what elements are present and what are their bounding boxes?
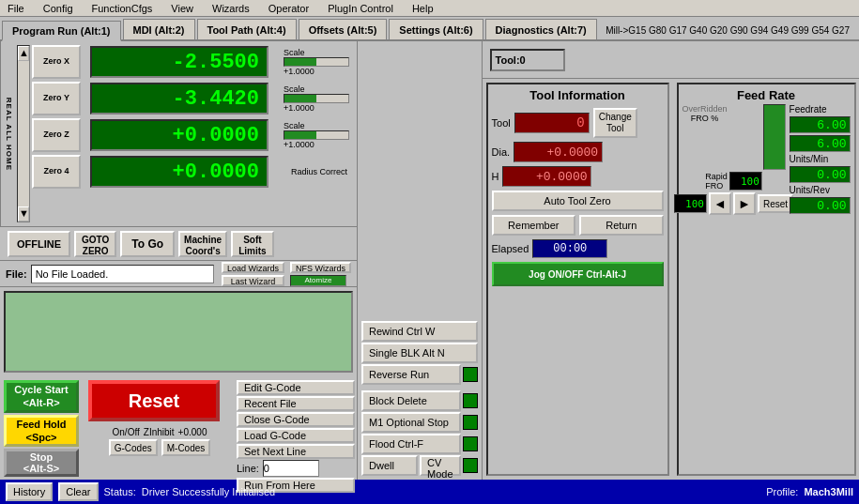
cv-indicator[interactable] bbox=[463, 458, 478, 473]
units-min-row: Units/Min bbox=[790, 154, 851, 164]
flood-button[interactable]: Flood Ctrl-F bbox=[361, 434, 461, 454]
block-delete-indicator[interactable] bbox=[463, 393, 478, 408]
dwell-button[interactable]: Dwell bbox=[361, 455, 418, 476]
load-wizards-button[interactable]: Load Wizards bbox=[222, 262, 284, 273]
menu-help[interactable]: Help bbox=[408, 3, 437, 14]
close-gcode-button[interactable]: Close G-Code bbox=[237, 412, 355, 427]
menu-wizards[interactable]: Wizards bbox=[208, 3, 253, 14]
rewind-button[interactable]: Rewind Ctrl W bbox=[361, 321, 478, 342]
fro-inc-button[interactable]: ► bbox=[733, 192, 756, 215]
reset-button[interactable]: Reset bbox=[88, 380, 220, 421]
stop-button[interactable]: Stop<Alt-S> bbox=[4, 449, 79, 477]
tab-settings[interactable]: Settings (Alt:6) bbox=[389, 19, 483, 39]
feed-rate-title: Feed Rate bbox=[683, 88, 851, 102]
remember-button[interactable]: Remember bbox=[492, 215, 576, 236]
block-delete-button[interactable]: Block Delete bbox=[361, 390, 461, 411]
profile-label: Profile: bbox=[766, 486, 798, 497]
axis-y-zero-btn[interactable]: Zero Y bbox=[32, 82, 81, 115]
h-row: H +0.0000 bbox=[492, 166, 664, 187]
tool-info-title: Tool Information bbox=[492, 88, 664, 102]
offline-button[interactable]: OFFLINE bbox=[8, 231, 70, 257]
auto-tool-zero-button[interactable]: Auto Tool Zero bbox=[492, 191, 664, 211]
file-label: File: bbox=[6, 268, 27, 280]
tab-offsets[interactable]: Offsets (Alt:5) bbox=[299, 19, 388, 39]
nfs-wizards-button[interactable]: NFS Wizards bbox=[290, 262, 351, 273]
elapsed-row: Elapsed 00:00 bbox=[492, 239, 664, 258]
feed-hold-button[interactable]: Feed Hold<Spc> bbox=[4, 415, 79, 448]
edit-gcode-button[interactable]: Edit G-Code bbox=[237, 380, 355, 395]
menu-operator[interactable]: Operator bbox=[265, 3, 313, 14]
scale-x-value: +1.0000 bbox=[284, 67, 355, 76]
feed-rate-panel: Feed Rate OverRidden FRO % bbox=[677, 83, 856, 476]
dro-4-row: +0.0000 bbox=[90, 155, 280, 189]
load-gcode-button[interactable]: Load G-Code bbox=[237, 428, 355, 443]
fro-dec-button[interactable]: ◄ bbox=[709, 192, 731, 215]
recent-file-button[interactable]: Recent File bbox=[237, 396, 355, 411]
tab-bar: Program Run (Alt:1) MDI (Alt:2) Tool Pat… bbox=[0, 17, 859, 41]
tab-mdi[interactable]: MDI (Alt:2) bbox=[123, 19, 195, 39]
axis-4-zero-btn[interactable]: Zero 4 bbox=[32, 155, 81, 189]
elapsed-label: Elapsed bbox=[492, 243, 529, 254]
dia-display: +0.0000 bbox=[514, 142, 603, 162]
axis-x-zero-btn[interactable]: Zero X bbox=[32, 45, 81, 79]
menu-bar: File Config FunctionCfgs View Wizards Op… bbox=[0, 0, 859, 17]
mcodes-button[interactable]: M-Codes bbox=[161, 439, 211, 456]
change-tool-button[interactable]: ChangeTool bbox=[593, 108, 637, 138]
fro-pct-label: FRO % bbox=[691, 114, 719, 123]
fro-display: 100 bbox=[674, 194, 707, 213]
file-bar: File: Load Wizards Last Wizard NFS Wizar… bbox=[0, 261, 357, 287]
clear-button[interactable]: Clear bbox=[58, 482, 98, 501]
rapid-fro-display: 100 bbox=[729, 172, 762, 191]
soft-limits-button[interactable]: SoftLimits bbox=[231, 231, 273, 257]
dro-z-value: +0.0000 bbox=[90, 119, 268, 151]
menu-functioncfgs[interactable]: FunctionCfgs bbox=[88, 3, 157, 14]
flood-indicator[interactable] bbox=[463, 436, 478, 451]
feedrate-label: Feedrate bbox=[790, 104, 827, 115]
feedrate-actual-display: 6.00 bbox=[790, 135, 851, 152]
reverse-run-indicator[interactable] bbox=[463, 367, 478, 382]
tab-tool-path[interactable]: Tool Path (Alt:4) bbox=[197, 19, 297, 39]
atomize-display: Atomize bbox=[305, 276, 332, 284]
goto-zero-button[interactable]: GOTOZERO bbox=[74, 231, 116, 257]
m1-indicator[interactable] bbox=[463, 415, 478, 430]
to-go-button[interactable]: To Go bbox=[120, 231, 175, 257]
units-min-display: 0.00 bbox=[790, 166, 851, 183]
elapsed-display: 00:00 bbox=[532, 239, 607, 258]
dia-label: Dia. bbox=[492, 146, 511, 158]
tab-diagnostics[interactable]: Diagnostics (Alt:7) bbox=[485, 19, 597, 39]
m1-optional-stop-button[interactable]: M1 Optional Stop bbox=[361, 412, 461, 433]
feedrate-row: Feedrate bbox=[790, 104, 851, 115]
cycle-start-button[interactable]: Cycle Start<Alt-R> bbox=[4, 380, 79, 413]
jog-onoff-button[interactable]: Jog ON/OFF Ctrl-Alt-J bbox=[492, 262, 664, 286]
fro-reset-button[interactable]: Reset bbox=[758, 194, 793, 213]
overridden-label: OverRidden bbox=[683, 104, 728, 114]
tab-program-run[interactable]: Program Run (Alt:1) bbox=[2, 21, 121, 41]
set-next-line-button[interactable]: Set Next Line bbox=[237, 444, 355, 459]
machine-coords-button[interactable]: MachineCoord's bbox=[178, 231, 227, 257]
scale-z-label: Scale bbox=[284, 121, 355, 130]
line-input[interactable] bbox=[263, 460, 319, 477]
feedrate-display: 6.00 bbox=[790, 116, 851, 133]
visualizer bbox=[4, 291, 353, 373]
menu-config[interactable]: Config bbox=[39, 3, 77, 14]
status-value: Driver Successfully Initialised bbox=[142, 486, 760, 497]
dro-z-row: +0.0000 bbox=[90, 118, 280, 152]
single-blk-button[interactable]: Single BLK Alt N bbox=[361, 343, 478, 363]
axis-z-zero-btn[interactable]: Zero Z bbox=[32, 118, 81, 152]
scale-x-label: Scale bbox=[284, 48, 355, 57]
last-wizard-button[interactable]: Last Wizard bbox=[222, 275, 284, 286]
menu-view[interactable]: View bbox=[167, 3, 197, 14]
gcodes-button[interactable]: G-Codes bbox=[109, 439, 158, 456]
feed-values: Feedrate 6.00 6.00 Units/Min 0.00 Units/… bbox=[790, 104, 851, 470]
menu-file[interactable]: File bbox=[4, 3, 28, 14]
cv-mode-button[interactable]: CV Mode bbox=[420, 455, 461, 476]
status-label: Status: bbox=[104, 486, 136, 497]
radius-correct-label: Radius Correct bbox=[291, 167, 347, 176]
history-button[interactable]: History bbox=[6, 482, 53, 501]
file-path-input[interactable] bbox=[31, 265, 214, 283]
dro-y-row: -3.4420 bbox=[90, 82, 280, 115]
units-rev-display: 0.00 bbox=[790, 197, 851, 214]
return-button[interactable]: Return bbox=[579, 215, 664, 236]
menu-plugin[interactable]: PlugIn Control bbox=[324, 3, 397, 14]
reverse-run-button[interactable]: Reverse Run bbox=[361, 364, 461, 385]
